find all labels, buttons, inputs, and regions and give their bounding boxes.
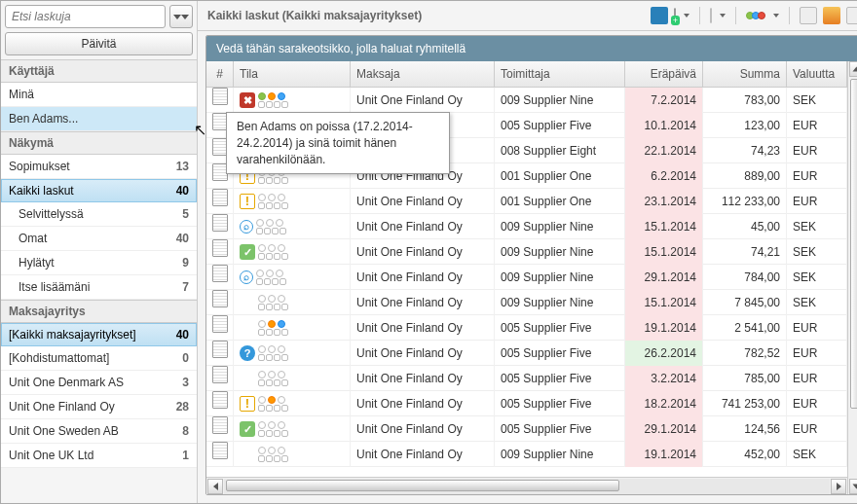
table-row[interactable]: !Unit One Finland Oy001 Supplier One23.1… [206, 189, 847, 214]
company-item[interactable]: Unit One UK Ltd1 [1, 444, 197, 468]
company-item[interactable]: Unit One Finland Oy28 [1, 395, 197, 419]
table-row[interactable]: Unit One Finland Oy009 Supplier Nine15.1… [206, 290, 847, 315]
main-title: Kaikki laskut (Kaikki maksajayritykset) [207, 9, 651, 22]
document-icon[interactable] [212, 391, 228, 409]
companies-header: Maksajayritys [1, 300, 197, 323]
company-item[interactable]: [Kaikki maksajayritykset]40 [1, 323, 197, 346]
table-row[interactable]: ⌕Unit One Finland Oy009 Supplier Nine29.… [206, 265, 847, 290]
table-row[interactable]: ✖Unit One Finland Oy009 Supplier Nine7.2… [206, 88, 847, 113]
action2-icon[interactable] [823, 7, 840, 24]
document-icon[interactable] [212, 315, 228, 333]
view-item[interactable]: Sopimukset13 [1, 155, 197, 179]
group-icon[interactable] [746, 9, 765, 22]
col-toimittaja[interactable]: Toimittaja [495, 61, 625, 87]
document-icon[interactable] [212, 88, 228, 105]
company-item[interactable]: Unit One Denmark AS3 [1, 371, 197, 395]
toolbar: + [651, 7, 857, 24]
document-icon[interactable] [212, 416, 228, 434]
view-item[interactable]: Hylätyt9 [1, 251, 197, 275]
document-icon[interactable] [212, 214, 228, 232]
view-item[interactable]: Omat40 [1, 227, 197, 251]
tooltip: Ben Adams on poissa (17.2.2014-24.2.2014… [226, 112, 450, 174]
grid-header: # Tila Maksaja Toimittaja Eräpäivä Summa… [206, 61, 847, 88]
col-erapaiva[interactable]: Eräpäivä [625, 61, 703, 87]
document-icon[interactable] [212, 366, 228, 383]
view-item[interactable]: Selvittelyssä5 [1, 202, 197, 227]
user-item[interactable]: Ben Adams... [1, 107, 197, 131]
view-item[interactable]: Kaikki laskut40 [1, 179, 197, 202]
table-row[interactable]: ?Unit One Finland Oy005 Supplier Five26.… [206, 341, 847, 366]
col-valuutta[interactable]: Valuutta [787, 61, 847, 87]
table-row[interactable]: Unit One Finland Oy005 Supplier Five19.1… [206, 315, 847, 341]
table-row[interactable]: ✓Unit One Finland Oy005 Supplier Five29.… [206, 416, 847, 442]
document-icon[interactable] [212, 189, 228, 206]
views-header: Näkymä [1, 131, 197, 155]
col-index[interactable]: # [206, 61, 234, 87]
v-scrollbar[interactable] [847, 61, 857, 494]
company-item[interactable]: [Kohdistumattomat]0 [1, 346, 197, 371]
search-input[interactable] [5, 5, 166, 28]
document-icon[interactable] [212, 265, 228, 282]
document-icon[interactable] [212, 239, 228, 257]
col-maksaja[interactable]: Maksaja [351, 61, 495, 87]
table-row[interactable]: Unit One Finland Oy005 Supplier Five3.2.… [206, 366, 847, 391]
col-summa[interactable]: Summa [703, 61, 787, 87]
view-item[interactable]: Itse lisäämäni7 [1, 275, 197, 300]
table-row[interactable]: Unit One Finland Oy009 Supplier Nine19.1… [206, 442, 847, 467]
refresh-button[interactable]: Päivitä [5, 32, 193, 55]
document-icon[interactable] [212, 442, 228, 459]
document-icon[interactable] [212, 341, 228, 358]
document-icon[interactable] [212, 290, 228, 307]
h-scrollbar[interactable] [206, 477, 847, 494]
group-bar[interactable]: Vedä tähän sarakeotsikko, jolla haluat r… [206, 36, 857, 61]
company-item[interactable]: Unit One Sweden AB8 [1, 419, 197, 444]
col-tila[interactable]: Tila [234, 61, 351, 87]
table-row[interactable]: !Unit One Finland Oy005 Supplier Five18.… [206, 391, 847, 416]
export-icon[interactable] [710, 9, 712, 22]
action1-icon[interactable] [800, 7, 817, 24]
view-icon[interactable] [651, 7, 668, 24]
table-row[interactable]: ⌕Unit One Finland Oy009 Supplier Nine15.… [206, 214, 847, 239]
search-expand-button[interactable] [169, 5, 193, 28]
table-row[interactable]: ✓Unit One Finland Oy009 Supplier Nine15.… [206, 239, 847, 265]
action3-icon[interactable] [846, 7, 857, 24]
new-doc-icon[interactable]: + [674, 9, 676, 22]
user-item[interactable]: Minä [1, 83, 197, 107]
users-header: Käyttäjä [1, 59, 197, 83]
